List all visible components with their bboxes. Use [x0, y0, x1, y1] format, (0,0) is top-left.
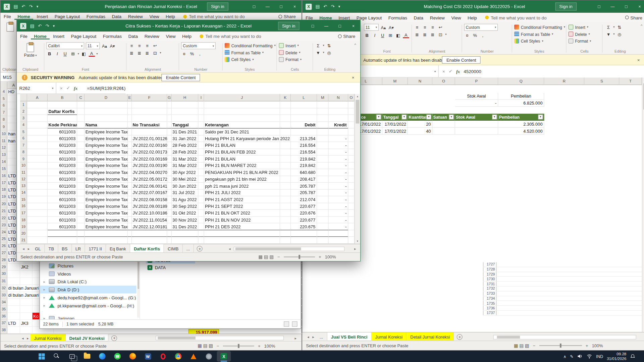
rw-cell-P6[interactable]	[455, 121, 498, 128]
cell-D18[interactable]: Employee Income Tax	[85, 217, 128, 223]
cell-L16[interactable]: 220.677	[291, 203, 317, 210]
cell-N21[interactable]	[329, 237, 348, 244]
cell-F6[interactable]: JV.2022.01.00126	[132, 135, 167, 142]
cell-L2[interactable]	[291, 108, 317, 115]
row-header-9[interactable]: 9	[0, 123, 7, 130]
cell-F12[interactable]: JV.2022.05.00172	[132, 176, 167, 183]
taskbar-icon-file-explorer[interactable]	[80, 351, 94, 362]
cell-K13[interactable]	[280, 183, 291, 189]
row-header-1734[interactable]: 1734	[483, 296, 496, 301]
rw-cell-Q1[interactable]	[498, 86, 544, 93]
cell-C8[interactable]	[77, 149, 85, 156]
cell-I20[interactable]	[198, 230, 204, 237]
cell-A16[interactable]	[27, 203, 48, 210]
nav-item-videos[interactable]: Videos	[40, 270, 137, 278]
cell-F18[interactable]: JV.2022.11.00154	[132, 217, 167, 223]
cell-B11[interactable]: 6011003	[48, 169, 77, 176]
cell-M15[interactable]	[317, 196, 328, 203]
menu-tab-home[interactable]: Home	[31, 33, 50, 40]
row-header-8[interactable]: 8	[20, 149, 27, 156]
sort-filter-icon[interactable]: ⇅	[616, 24, 622, 30]
cell-F19[interactable]: JV.2022.12.00181	[132, 223, 167, 230]
cell-L12[interactable]: 208.417	[291, 176, 317, 183]
cell-M18[interactable]	[317, 217, 328, 223]
cell-I2[interactable]	[198, 108, 204, 115]
cell-H12[interactable]: 30 Mei 2022	[172, 176, 199, 183]
cell-J16[interactable]: PPH 21 SEPT 2022	[204, 203, 280, 210]
cell-E12[interactable]	[128, 176, 132, 183]
rw-cell-N2[interactable]	[408, 93, 432, 100]
cell-A1[interactable]	[27, 101, 48, 108]
cell-O17[interactable]	[348, 210, 354, 217]
cell-B29[interactable]: JK2	[20, 264, 33, 271]
cell-K9[interactable]	[280, 156, 291, 162]
cell-M14[interactable]	[317, 189, 328, 196]
row-header-2[interactable]: 2	[20, 108, 27, 115]
cell-D21[interactable]	[85, 237, 128, 244]
rw-cell-S5[interactable]	[584, 114, 619, 121]
percent-format-icon[interactable]: %	[189, 51, 195, 57]
row-header-26[interactable]: 26	[0, 243, 7, 250]
column-header-O[interactable]: O	[432, 77, 455, 85]
cell-O13[interactable]	[348, 183, 354, 189]
minimize-button[interactable]: —	[320, 20, 333, 32]
autosum-button[interactable]: Σ▾⇅	[315, 42, 344, 49]
row-header-1737[interactable]: 1737	[483, 311, 496, 315]
cell-C10[interactable]	[77, 162, 85, 169]
cell-F5[interactable]	[132, 128, 167, 135]
rw-cell-T3[interactable]	[620, 100, 642, 107]
cell-F9[interactable]: JV.2022.03.00169	[132, 156, 167, 162]
minimize-button[interactable]: —	[261, 0, 274, 13]
column-header-G[interactable]: G	[167, 94, 171, 101]
row-header-30[interactable]: 30	[0, 270, 7, 278]
menu-tab-formulas[interactable]: Formulas	[385, 14, 411, 21]
menu-tab-review[interactable]: Review	[141, 33, 163, 40]
cell-L14[interactable]: 205.787	[291, 189, 317, 196]
cell-C14[interactable]	[77, 189, 85, 196]
cell-H21[interactable]	[172, 237, 199, 244]
collapse-ribbon-icon[interactable]: ^	[354, 43, 356, 47]
cell-J4[interactable]: Keterangan	[204, 122, 280, 128]
cell-L13[interactable]: 205.787	[291, 183, 317, 189]
tab-scroll-right-icon[interactable]: ▸	[311, 335, 316, 339]
minimize-button[interactable]: —	[606, 0, 619, 13]
cell-M7[interactable]	[317, 142, 328, 149]
cell-K21[interactable]	[280, 237, 291, 244]
cell-O1[interactable]	[348, 101, 354, 108]
menu-tab-data[interactable]: Data	[411, 14, 427, 21]
row-header-17[interactable]: 17	[20, 210, 27, 217]
close-button[interactable]: ×	[288, 0, 301, 13]
cell-F1[interactable]	[132, 101, 167, 108]
rw-cell-T2[interactable]	[620, 93, 642, 100]
rw-cell-M4[interactable]	[382, 107, 408, 114]
cell-B12[interactable]: 6011003	[48, 176, 77, 183]
cell-C3[interactable]	[77, 115, 85, 122]
network-icon[interactable]	[587, 353, 592, 359]
row-header-22[interactable]: 22	[0, 215, 7, 222]
row-header-11[interactable]: 11	[20, 169, 27, 176]
cell-B36[interactable]	[20, 313, 33, 320]
cell-C13[interactable]	[77, 183, 85, 189]
cell-B4[interactable]: Kode Perkiraan	[48, 122, 77, 128]
cell-H8[interactable]: 28 Feb 2022	[172, 149, 199, 156]
row-header-33[interactable]: 33	[0, 292, 7, 299]
cell-A21[interactable]	[27, 237, 48, 244]
cell-H5[interactable]: 31 Des 2021	[172, 128, 199, 135]
cell-J8[interactable]: PPH 21 BULAN FEB 2022	[204, 149, 280, 156]
cell-K15[interactable]	[280, 196, 291, 203]
zoom-out-icon[interactable]: −	[533, 343, 536, 348]
delete-cells-button[interactable]: Delete▾	[279, 49, 311, 56]
taskbar-icon-media-player[interactable]	[186, 351, 201, 362]
cell-A7[interactable]	[27, 142, 48, 149]
cell-C4[interactable]	[77, 122, 85, 128]
row-header-34[interactable]: 34	[0, 299, 7, 306]
insert-cells-button[interactable]: Insert▾	[569, 24, 601, 31]
rw-cell-R5[interactable]	[544, 114, 584, 121]
cell-L11[interactable]: 640.680	[291, 169, 317, 176]
cell-D7[interactable]: Employee Income Tax	[85, 142, 128, 149]
font-name-select[interactable]: Calibri▾	[46, 42, 84, 49]
expand-chevron-icon[interactable]: ▸	[40, 296, 49, 299]
qat-customize-icon[interactable]: ▾	[53, 24, 55, 28]
filter-dropdown-icon[interactable]: ▾	[449, 115, 454, 120]
cell-H18[interactable]: 30 Nov 2022	[172, 217, 199, 223]
